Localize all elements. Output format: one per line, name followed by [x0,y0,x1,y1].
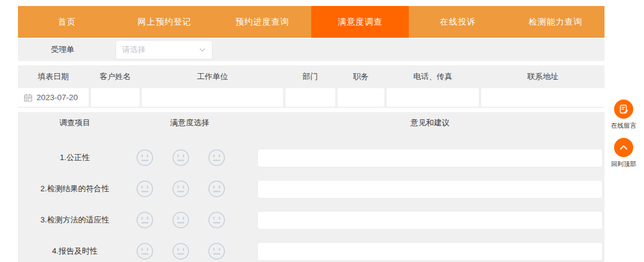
customer-name-input[interactable] [91,88,139,107]
survey-row-label: 1.公正性 [18,152,132,163]
neutral-face-icon [208,180,226,198]
acceptance-label: 受理单 [51,38,74,61]
survey-header-item: 调查项目 [18,118,132,128]
rating-option-1[interactable] [136,180,154,198]
column-header-work-unit: 工作单位 [142,65,283,88]
neutral-face-icon [136,180,154,198]
acceptance-select[interactable]: 请选择 [116,40,212,59]
neutral-face-icon [208,211,226,229]
survey-row-label: 4.报告及时性 [18,246,132,257]
neutral-face-icon [136,149,154,167]
nav-item-progress-query[interactable]: 预约进度查询 [214,6,311,38]
survey-row: 1.公正性 [18,142,604,173]
nav-item-home[interactable]: 首页 [18,6,116,38]
rating-option-3[interactable] [208,180,226,198]
department-input[interactable] [285,88,335,107]
nav-item-satisfaction-survey[interactable]: 满意度调查 [311,6,409,38]
column-header-date: 填表日期 [18,65,89,88]
survey-row: 3.检测方法的适应性 [18,204,604,236]
column-header-phone-fax: 电话、传真 [387,65,479,88]
rating-option-2[interactable] [172,211,190,229]
info-table: 填表日期 客户姓名 工作单位 部门 职务 电话、传真 联系地址 [18,65,604,108]
acceptance-bar: 受理单 请选择 [18,38,604,61]
survey-row-label: 2.检测结果的符合性 [18,183,132,194]
comment-input[interactable] [257,211,603,230]
column-header-customer-name: 客户姓名 [91,65,139,88]
rating-option-2[interactable] [172,180,190,198]
rating-option-1[interactable] [136,211,154,229]
select-placeholder: 请选择 [122,44,199,55]
message-edit-icon [619,104,629,115]
rating-option-1[interactable] [136,242,154,260]
neutral-face-icon [208,149,226,167]
calendar-icon [24,94,32,102]
phone-fax-input[interactable] [387,88,479,107]
comment-input[interactable] [257,149,603,167]
rating-option-3[interactable] [208,211,226,229]
nav-item-online-complaint[interactable]: 在线投诉 [409,6,506,38]
comment-input[interactable] [257,180,603,198]
neutral-face-icon [172,211,190,229]
column-header-department: 部门 [285,65,335,88]
column-header-position: 职务 [338,65,384,88]
satisfaction-survey-page: 首页 网上预约登记 预约进度查询 满意度调查 在线投诉 检测能力查询 受理单 请… [0,0,644,262]
column-header-address: 联系地址 [481,65,604,88]
online-message-label: 在线留言 [611,122,636,130]
date-field[interactable]: 2023-07-20 [18,88,89,107]
work-unit-input[interactable] [142,88,283,107]
survey-row-label: 3.检测方法的适应性 [18,215,132,225]
date-value: 2023-07-20 [37,93,78,102]
nav-item-online-registration[interactable]: 网上预约登记 [116,6,213,38]
top-nav: 首页 网上预约登记 预约进度查询 满意度调查 在线投诉 检测能力查询 [18,6,604,38]
back-to-top-label: 回到顶部 [611,160,636,168]
rating-option-1[interactable] [136,149,154,167]
rating-group [136,242,226,260]
position-input[interactable] [338,88,384,107]
chevron-down-icon [199,46,206,53]
floating-actions: 在线留言 回到顶部 [606,100,642,168]
rating-group [136,149,226,167]
neutral-face-icon [208,242,226,260]
info-table-header: 填表日期 客户姓名 工作单位 部门 职务 电话、传真 联系地址 [18,65,604,88]
survey-row: 2.检测结果的符合性 [18,173,604,204]
chevron-up-icon [619,143,628,152]
neutral-face-icon [136,242,154,260]
address-input[interactable] [481,88,604,107]
rating-option-2[interactable] [172,242,190,260]
survey-panel: 调查项目 满意度选择 意见和建议 1.公正性 2.检测结果的符合性 3 [18,112,604,262]
neutral-face-icon [172,242,190,260]
comment-input[interactable] [257,242,603,261]
survey-header-comments: 意见和建议 [257,118,603,128]
neutral-face-icon [172,180,190,198]
rating-option-3[interactable] [208,242,226,260]
back-to-top-button[interactable] [614,138,633,157]
neutral-face-icon [172,149,190,167]
rating-group [136,211,226,229]
nav-item-capability-query[interactable]: 检测能力查询 [507,6,604,38]
rating-group [136,180,226,198]
survey-header-satisfaction: 满意度选择 [136,118,244,128]
info-table-row: 2023-07-20 [18,88,604,107]
rating-option-2[interactable] [172,149,190,167]
rating-option-3[interactable] [208,149,226,167]
survey-row: 4.报告及时性 [18,236,604,262]
online-message-button[interactable] [614,100,633,119]
neutral-face-icon [136,211,154,229]
